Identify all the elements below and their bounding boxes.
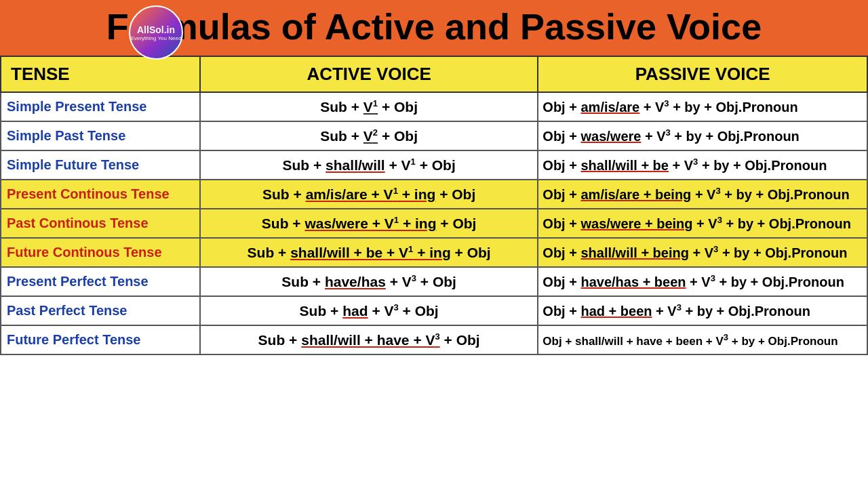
passive-formula: Obj + have/has + been + V3 + by + Obj.Pr… bbox=[538, 267, 867, 296]
col-active: ACTIVE VOICE bbox=[200, 56, 538, 92]
active-formula: Sub + have/has + V3 + Obj bbox=[200, 267, 538, 296]
col-passive: PASSIVE VOICE bbox=[538, 56, 867, 92]
passive-formula: Obj + was/were + V3 + by + Obj.Pronoun bbox=[538, 121, 867, 150]
table-row: Future Continous Tense Sub + shall/will … bbox=[1, 238, 867, 267]
passive-formula: Obj + shall/will + be + V3 + by + Obj.Pr… bbox=[538, 150, 867, 180]
tense-label: Past Perfect Tense bbox=[1, 296, 200, 325]
page-title: Formulas of Active and Passive Voice bbox=[106, 7, 762, 47]
logo-sub: Everything You Need bbox=[131, 35, 182, 41]
tense-label: Present Perfect Tense bbox=[1, 267, 200, 296]
table-row: Past Perfect Tense Sub + had + V3 + Obj … bbox=[1, 296, 867, 325]
tense-label: Present Continous Tense bbox=[1, 180, 200, 209]
table-row: Simple Past Tense Sub + V2 + Obj Obj + w… bbox=[1, 121, 867, 150]
table-row: Future Perfect Tense Sub + shall/will + … bbox=[1, 325, 867, 354]
tense-label: Simple Past Tense bbox=[1, 121, 200, 150]
active-formula: Sub + shall/will + be + V1 + ing + Obj bbox=[200, 238, 538, 267]
passive-formula: Obj + had + been + V3 + by + Obj.Pronoun bbox=[538, 296, 867, 325]
active-formula: Sub + am/is/are + V1 + ing + Obj bbox=[200, 180, 538, 209]
table-row: Present Perfect Tense Sub + have/has + V… bbox=[1, 267, 867, 296]
table-container: TENSE ACTIVE VOICE PASSIVE VOICE Simple … bbox=[0, 56, 868, 355]
passive-formula: Obj + am/is/are + V3 + by + Obj.Pronoun bbox=[538, 92, 867, 121]
main-table: TENSE ACTIVE VOICE PASSIVE VOICE Simple … bbox=[0, 56, 868, 355]
active-formula: Sub + shall/will + have + V3 + Obj bbox=[200, 325, 538, 354]
tense-label: Future Perfect Tense bbox=[1, 325, 200, 354]
header: Formulas of Active and Passive Voice All… bbox=[0, 0, 868, 56]
logo: AllSol.in Everything You Need bbox=[129, 5, 183, 60]
active-formula: Sub + shall/will + V1 + Obj bbox=[200, 150, 538, 180]
passive-formula: Obj + shall/will + have + been + V3 + by… bbox=[538, 325, 867, 354]
table-header-row: TENSE ACTIVE VOICE PASSIVE VOICE bbox=[1, 56, 867, 92]
tense-label: Future Continous Tense bbox=[1, 238, 200, 267]
logo-main: AllSol.in bbox=[137, 24, 175, 35]
table-row: Simple Future Tense Sub + shall/will + V… bbox=[1, 150, 867, 180]
passive-formula: Obj + was/were + being + V3 + by + Obj.P… bbox=[538, 209, 867, 238]
col-tense: TENSE bbox=[1, 56, 200, 92]
active-formula: Sub + V1 + Obj bbox=[200, 92, 538, 121]
passive-formula: Obj + shall/will + being + V3 + by + Obj… bbox=[538, 238, 867, 267]
table-row: Past Continous Tense Sub + was/were + V1… bbox=[1, 209, 867, 238]
tense-label: Past Continous Tense bbox=[1, 209, 200, 238]
tense-label: Simple Present Tense bbox=[1, 92, 200, 121]
active-formula: Sub + was/were + V1 + ing + Obj bbox=[200, 209, 538, 238]
tense-label: Simple Future Tense bbox=[1, 150, 200, 180]
passive-formula: Obj + am/is/are + being + V3 + by + Obj.… bbox=[538, 180, 867, 209]
table-row: Simple Present Tense Sub + V1 + Obj Obj … bbox=[1, 92, 867, 121]
active-formula: Sub + V2 + Obj bbox=[200, 121, 538, 150]
table-row: Present Continous Tense Sub + am/is/are … bbox=[1, 180, 867, 209]
active-formula: Sub + had + V3 + Obj bbox=[200, 296, 538, 325]
